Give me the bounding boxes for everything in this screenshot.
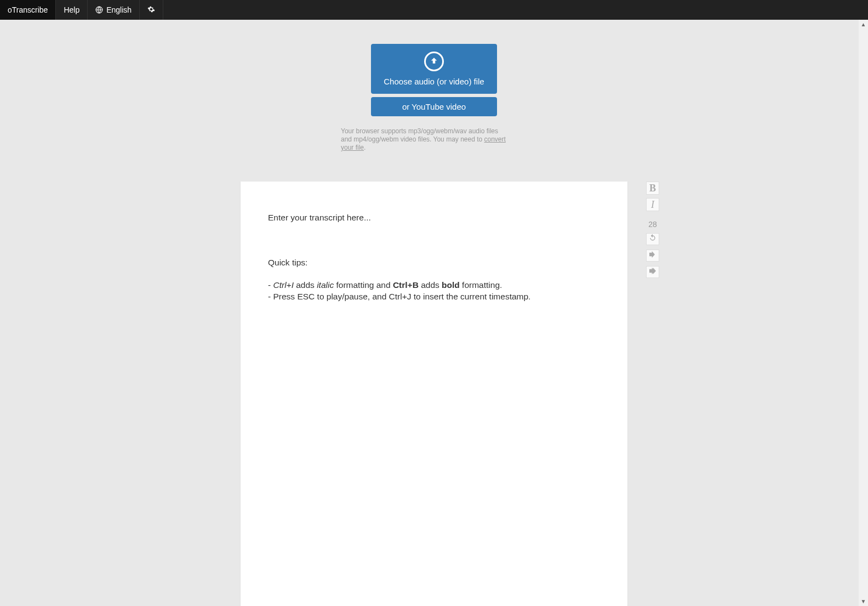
scroll-down-arrow[interactable]: ▼: [861, 597, 866, 606]
settings-button[interactable]: [140, 0, 163, 20]
vertical-scrollbar[interactable]: ▲ ▼: [859, 20, 868, 606]
backup-count: 28: [648, 220, 657, 229]
choose-file-label: Choose audio (or video) file: [384, 77, 484, 86]
language-label: English: [106, 5, 132, 14]
export-icon: [648, 267, 657, 277]
main-content: Choose audio (or video) file or YouTube …: [0, 20, 868, 606]
editor-wrap: Enter your transcript here... Quick tips…: [241, 182, 627, 606]
globe-icon: [95, 6, 103, 14]
scroll-up-arrow[interactable]: ▲: [861, 20, 866, 29]
editor-placeholder: Enter your transcript here...: [268, 212, 600, 224]
bold-button[interactable]: B: [646, 182, 659, 195]
italic-button[interactable]: I: [646, 198, 659, 211]
import-button[interactable]: [646, 250, 659, 262]
transcript-editor[interactable]: Enter your transcript here... Quick tips…: [241, 182, 627, 606]
export-button[interactable]: [646, 266, 659, 278]
support-text: Your browser supports mp3/ogg/webm/wav a…: [341, 127, 511, 152]
topbar: oTranscribe Help English: [0, 0, 868, 20]
side-tools: B I 28: [646, 182, 659, 278]
support-prefix: Your browser supports mp3/ogg/webm/wav a…: [341, 127, 498, 143]
tip-1: - Ctrl+I adds italic formatting and Ctrl…: [268, 280, 600, 291]
history-button[interactable]: [646, 233, 659, 245]
tips-header: Quick tips:: [268, 257, 600, 269]
youtube-button[interactable]: or YouTube video: [371, 97, 497, 116]
gear-icon: [147, 5, 155, 15]
support-suffix: .: [364, 144, 366, 151]
choose-file-button[interactable]: Choose audio (or video) file: [371, 44, 497, 94]
upload-area: Choose audio (or video) file or YouTube …: [0, 44, 868, 152]
language-selector[interactable]: English: [88, 0, 140, 20]
upload-icon: [424, 52, 444, 71]
brand-link[interactable]: oTranscribe: [0, 0, 56, 20]
import-icon: [648, 250, 657, 261]
history-icon: [648, 234, 657, 245]
tip-2: - Press ESC to play/pause, and Ctrl+J to…: [268, 291, 600, 303]
help-link[interactable]: Help: [56, 0, 88, 20]
